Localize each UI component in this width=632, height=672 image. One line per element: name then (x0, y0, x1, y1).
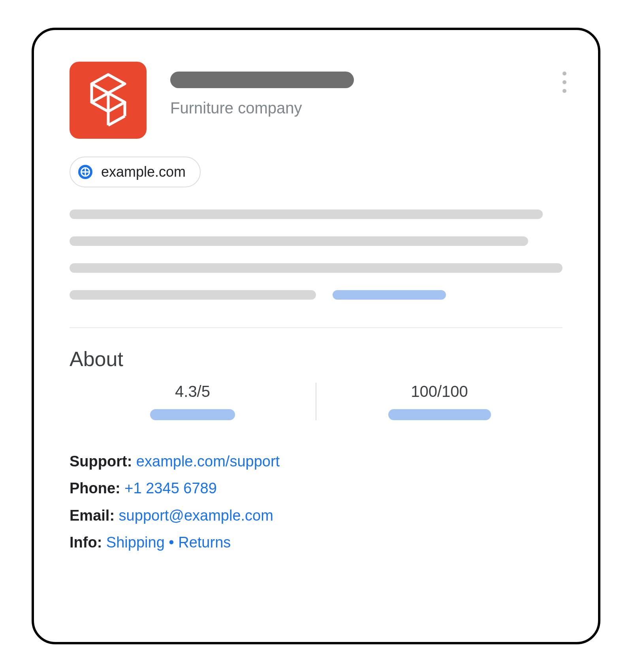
website-chip[interactable]: example.com (70, 157, 201, 187)
rating-value: 4.3/5 (175, 383, 210, 400)
shipping-link[interactable]: Shipping (106, 534, 165, 551)
panel-header: Furniture company (70, 62, 562, 139)
divider (70, 327, 562, 328)
info-separator: • (169, 534, 174, 551)
chair-icon (85, 73, 132, 128)
phone-label: Phone: (70, 480, 120, 496)
globe-icon (78, 165, 92, 179)
svg-marker-0 (92, 74, 125, 93)
support-link[interactable]: example.com/support (136, 453, 280, 470)
about-heading: About (70, 347, 562, 371)
contact-block: Support: example.com/support Phone: +1 2… (70, 448, 562, 556)
description-link-placeholder[interactable] (333, 290, 446, 300)
support-label: Support: (70, 453, 132, 470)
svg-line-6 (108, 116, 125, 125)
rating-score: 4.3/5 (70, 383, 316, 420)
returns-link[interactable]: Returns (178, 534, 231, 551)
trust-value: 100/100 (411, 383, 468, 400)
scores-row: 4.3/5 100/100 (70, 383, 562, 420)
phone-row: Phone: +1 2345 6789 (70, 475, 562, 502)
company-logo (70, 62, 147, 139)
email-row: Email: support@example.com (70, 502, 562, 529)
email-link[interactable]: support@example.com (119, 507, 273, 524)
rating-label-placeholder (150, 409, 235, 420)
phone-link[interactable]: +1 2345 6789 (124, 480, 217, 496)
more-options-button[interactable] (562, 72, 566, 93)
info-row: Info: Shipping • Returns (70, 529, 562, 556)
website-text: example.com (101, 164, 186, 180)
trust-score: 100/100 (316, 383, 562, 420)
support-row: Support: example.com/support (70, 448, 562, 475)
company-category: Furniture company (170, 99, 354, 117)
email-label: Email: (70, 507, 115, 524)
info-label: Info: (70, 534, 102, 551)
knowledge-panel-card: Furniture company example.com About 4.3/… (32, 28, 600, 644)
company-title-placeholder (170, 72, 354, 88)
description-placeholder (70, 210, 562, 300)
trust-label-placeholder (388, 409, 491, 420)
